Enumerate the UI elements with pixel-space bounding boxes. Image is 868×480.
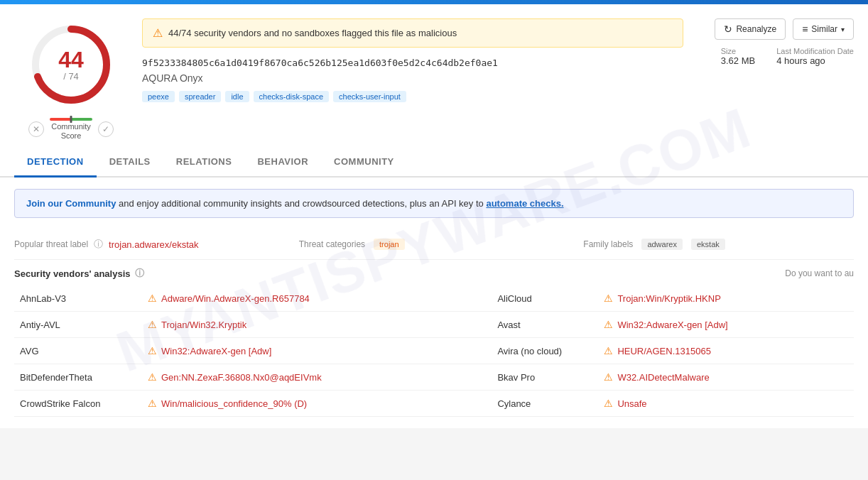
- warn-icon: ⚠: [148, 293, 157, 304]
- tab-detection[interactable]: DETECTION: [14, 148, 97, 178]
- analysis-title-text: Security vendors' analysis: [14, 268, 131, 279]
- vendor-name-2: Avast: [492, 312, 598, 338]
- tab-community[interactable]: COMMUNITY: [321, 148, 407, 178]
- file-mod-box: Last Modification Date 4 hours ago: [776, 47, 854, 66]
- warn-icon-2: ⚠: [604, 371, 613, 383]
- detection-cell-2: ⚠ Unsafe: [598, 391, 854, 417]
- vendor-name: CrowdStrike Falcon: [14, 391, 142, 417]
- vendor-name: AhnLab-V3: [14, 285, 142, 312]
- join-banner: Join our Community and enjoy additional …: [14, 189, 854, 218]
- main-container: 44 / 74 ✕ Community Score ✓ ⚠: [0, 4, 868, 428]
- vendor-name: BitDefenderTheta: [14, 364, 142, 391]
- warn-icon: ⚠: [148, 371, 157, 383]
- detection-cell-1: ⚠ Win/malicious_confidence_90% (D): [142, 391, 492, 417]
- vendor-name: Antiy-AVL: [14, 312, 142, 338]
- file-size-value: 3.62 MB: [721, 55, 755, 66]
- analysis-title: Security vendors' analysis ⓘ: [14, 267, 144, 280]
- file-hash: 9f5233384805c6a1d0419f8670ca6c526b125ea1…: [142, 58, 683, 68]
- threat-category-badge: trojan: [374, 239, 405, 250]
- vendor-name-2: Avira (no cloud): [492, 338, 598, 364]
- score-text: 44 / 74: [58, 48, 84, 82]
- tab-relations[interactable]: RELATIONS: [163, 148, 245, 178]
- reanalyze-button[interactable]: ↻ Reanalyze: [715, 18, 786, 40]
- community-score-row: ✕ Community Score ✓: [28, 118, 114, 141]
- detection-text-2: HEUR/AGEN.1315065: [617, 346, 711, 356]
- chevron-down-icon: ▾: [841, 26, 845, 33]
- score-number: 44: [58, 48, 84, 71]
- tags-container: peexespreaderidlechecks-disk-spacechecks…: [142, 91, 683, 102]
- content-area: Join our Community and enjoy additional …: [0, 178, 868, 428]
- community-score-x-button[interactable]: ✕: [28, 121, 44, 137]
- detection-cell-2: ⚠ W32.AIDetectMalware: [598, 364, 854, 391]
- tab-details[interactable]: DETAILS: [97, 148, 163, 178]
- family-labels-col: Family labels adwarex ekstak: [583, 239, 854, 250]
- warn-icon-2: ⚠: [604, 398, 613, 409]
- join-banner-middle: and enjoy additional community insights …: [116, 198, 486, 209]
- community-score-check-button[interactable]: ✓: [98, 121, 114, 137]
- detection-text-1: Win32:AdwareX-gen [Adw]: [161, 346, 271, 356]
- detection-text-1: Adware/Win.AdwareX-gen.R657784: [161, 293, 310, 304]
- analysis-action-text: Do you want to au: [785, 268, 854, 278]
- similar-label: Similar: [811, 24, 837, 34]
- vendor-name: AVG: [14, 338, 142, 364]
- tab-behavior[interactable]: BEHAVIOR: [244, 148, 321, 178]
- detection-text-1: Gen:NN.ZexaF.36808.Nx0@aqdEIVmk: [161, 372, 322, 383]
- alert-banner: ⚠ 44/74 security vendors and no sandboxe…: [142, 18, 683, 48]
- warn-icon: ⚠: [148, 345, 157, 356]
- vendor-name-2: Bkav Pro: [492, 364, 598, 391]
- detection-cell-1: ⚠ Trojan/Win32.Kryptik: [142, 312, 492, 338]
- detection-cell-2: ⚠ Trojan:Win/Kryptik.HKNP: [598, 285, 854, 312]
- alert-text: 44/74 security vendors and no sandboxes …: [168, 28, 457, 38]
- reanalyze-icon: ↻: [724, 23, 732, 35]
- file-metadata: Size 3.62 MB Last Modification Date 4 ho…: [721, 47, 854, 66]
- community-score-label: Community Score: [50, 118, 92, 141]
- tag-checks-user-input: checks-user-input: [333, 91, 406, 102]
- tag-idle: idle: [225, 91, 249, 102]
- join-community-link[interactable]: Join our Community: [26, 198, 116, 209]
- warn-icon-2: ⚠: [604, 345, 613, 356]
- detection-cell-2: ⚠ HEUR/AGEN.1315065: [598, 338, 854, 364]
- threat-info-row: Popular threat label ⓘ trojan.adwarex/ek…: [14, 229, 854, 260]
- file-mod-value: 4 hours ago: [776, 55, 854, 66]
- vendor-name-2: AliCloud: [492, 285, 598, 312]
- automate-checks-link[interactable]: automate checks.: [486, 198, 563, 209]
- detection-cell-1: ⚠ Win32:AdwareX-gen [Adw]: [142, 338, 492, 364]
- popular-threat-label: Popular threat label: [14, 239, 88, 249]
- analysis-header: Security vendors' analysis ⓘ Do you want…: [14, 260, 854, 285]
- detection-text-2: Trojan:Win/Kryptik.HKNP: [617, 293, 720, 304]
- similar-button[interactable]: ≡ Similar ▾: [793, 18, 854, 40]
- analysis-table: AhnLab-V3 ⚠ Adware/Win.AdwareX-gen.R6577…: [14, 285, 854, 417]
- analysis-info-icon[interactable]: ⓘ: [135, 267, 144, 280]
- warn-icon-2: ⚠: [604, 293, 613, 304]
- table-row: BitDefenderTheta ⚠ Gen:NN.ZexaF.36808.Nx…: [14, 364, 854, 391]
- tabs-bar: DETECTIONDETAILSRELATIONSBEHAVIORCOMMUNI…: [0, 148, 868, 178]
- tag-checks-disk-space: checks-disk-space: [254, 91, 329, 102]
- score-total: / 74: [58, 71, 84, 82]
- alert-icon: ⚠: [153, 26, 163, 40]
- table-row: Antiy-AVL ⚠ Trojan/Win32.Kryptik Avast ⚠…: [14, 312, 854, 338]
- detection-text-2: Unsafe: [617, 398, 646, 409]
- file-mod-label: Last Modification Date: [776, 47, 854, 55]
- community-score-indicator: [70, 116, 72, 123]
- reanalyze-label: Reanalyze: [736, 24, 776, 34]
- similar-icon: ≡: [802, 23, 808, 35]
- detection-text-2: Win32:AdwareX-gen [Adw]: [617, 320, 727, 330]
- detection-cell-1: ⚠ Adware/Win.AdwareX-gen.R657784: [142, 285, 492, 312]
- warn-icon: ⚠: [148, 398, 157, 409]
- file-name: AQURA Onyx: [142, 72, 683, 84]
- popular-threat-value: trojan.adwarex/ekstak: [109, 239, 198, 250]
- detection-cell-1: ⚠ Gen:NN.ZexaF.36808.Nx0@aqdEIVmk: [142, 364, 492, 391]
- community-score-text-line2: Score: [61, 131, 82, 141]
- detection-text-1: Win/malicious_confidence_90% (D): [161, 398, 307, 409]
- file-size-label: Size: [721, 47, 755, 55]
- threat-categories-col: Threat categories trojan: [299, 239, 570, 250]
- family-label-badge-1: adwarex: [641, 239, 683, 250]
- community-score-text-line1: Community: [51, 122, 91, 131]
- popular-threat-info-icon[interactable]: ⓘ: [94, 238, 103, 251]
- file-info: ⚠ 44/74 security vendors and no sandboxe…: [142, 18, 683, 102]
- community-score-bar: [50, 118, 92, 121]
- score-container: 44 / 74 ✕ Community Score ✓: [14, 18, 128, 141]
- detection-text-2: W32.AIDetectMalware: [617, 372, 709, 383]
- action-buttons: ↻ Reanalyze ≡ Similar ▾: [715, 18, 854, 40]
- score-circle-wrapper: 44 / 74: [25, 18, 117, 111]
